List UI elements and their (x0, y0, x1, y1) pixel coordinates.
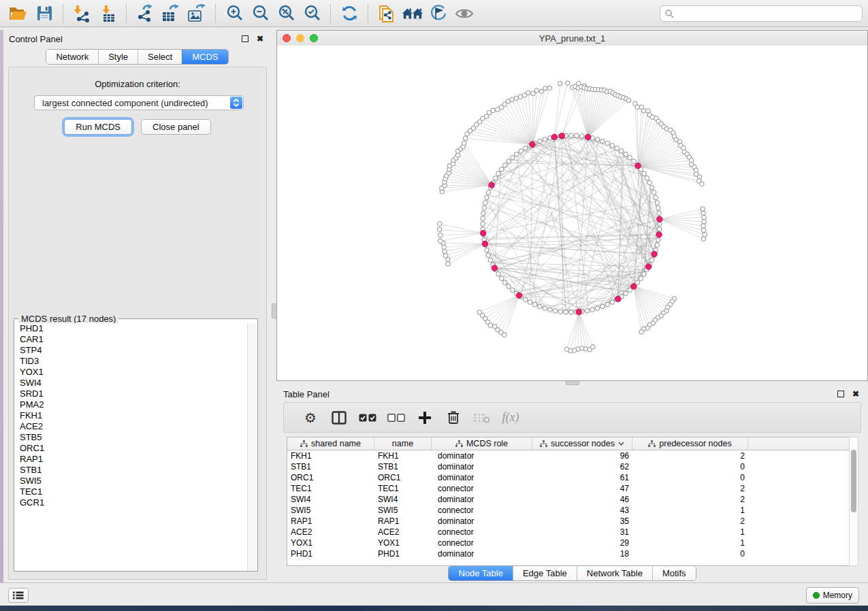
network-node[interactable] (649, 258, 654, 263)
mcds-result-item[interactable]: CAR1 (15, 334, 247, 345)
mcds-result-item[interactable]: TID3 (15, 356, 247, 367)
network-leaf-node[interactable] (438, 233, 443, 238)
network-node[interactable] (569, 310, 574, 315)
network-node[interactable] (624, 152, 628, 156)
show-columns-icon[interactable] (325, 407, 353, 429)
network-node[interactable] (510, 288, 515, 293)
network-leaf-node[interactable] (703, 233, 707, 237)
network-node[interactable] (493, 176, 498, 180)
network-node[interactable] (595, 137, 600, 142)
network-node[interactable] (642, 272, 647, 277)
network-hub-node[interactable] (585, 134, 591, 139)
network-leaf-node[interactable] (701, 228, 706, 233)
mcds-result-item[interactable]: TEC1 (15, 486, 247, 497)
create-column-icon[interactable] (411, 407, 439, 429)
float-panel-icon[interactable] (240, 33, 251, 44)
save-session-icon[interactable] (33, 3, 55, 24)
network-node[interactable] (628, 155, 632, 160)
memory-button[interactable]: Memory (806, 587, 859, 604)
select-all-columns-icon[interactable] (353, 407, 382, 429)
close-table-panel-icon[interactable]: ✖ (850, 389, 861, 399)
table-row[interactable]: STB1STB1dominator620 (287, 461, 849, 472)
refresh-icon[interactable] (338, 3, 360, 24)
delete-column-icon[interactable] (439, 407, 468, 429)
network-node[interactable] (523, 297, 528, 302)
network-canvas[interactable] (277, 46, 867, 380)
network-node[interactable] (579, 134, 584, 139)
mcds-result-item[interactable]: STP4 (15, 345, 247, 356)
network-node[interactable] (600, 139, 605, 144)
network-node[interactable] (569, 133, 574, 138)
column-header-mcds-role[interactable]: MCDS role (432, 437, 532, 450)
network-node[interactable] (558, 310, 563, 314)
mcds-result-item[interactable]: STB5 (15, 432, 247, 443)
table-row[interactable]: FKH1FKH1dominator962 (287, 450, 849, 461)
network-leaf-node[interactable] (702, 215, 707, 220)
network-node[interactable] (655, 243, 660, 248)
network-hub-node[interactable] (530, 142, 535, 147)
network-leaf-node[interactable] (547, 86, 552, 90)
export-image-icon[interactable] (186, 3, 208, 24)
network-node[interactable] (485, 248, 489, 252)
network-node[interactable] (481, 222, 485, 227)
mcds-list-scrollbar[interactable] (247, 323, 257, 570)
network-leaf-node[interactable] (442, 245, 447, 250)
network-node[interactable] (605, 302, 610, 307)
hide-graphics-icon[interactable] (428, 3, 449, 24)
network-node[interactable] (620, 149, 624, 154)
network-leaf-node[interactable] (558, 81, 562, 86)
network-node[interactable] (585, 309, 590, 314)
zoom-fit-icon[interactable] (275, 3, 297, 24)
import-network-icon[interactable] (71, 3, 93, 24)
network-hub-node[interactable] (489, 182, 494, 188)
mcds-result-item[interactable]: GCR1 (15, 497, 247, 508)
table-row[interactable]: SWI4SWI4dominator462 (287, 494, 849, 505)
mcds-result-item[interactable]: FKH1 (15, 410, 247, 421)
network-hub-node[interactable] (652, 251, 657, 257)
run-mcds-button[interactable]: Run MCDS (64, 119, 132, 135)
network-hub-node[interactable] (646, 264, 652, 269)
network-hub-node[interactable] (576, 309, 581, 314)
horizontal-splitter-handle[interactable] (566, 380, 579, 385)
table-scrollbar[interactable] (849, 437, 858, 566)
unselect-all-columns-icon[interactable] (382, 407, 411, 429)
network-leaf-node[interactable] (646, 109, 651, 114)
network-leaf-node[interactable] (700, 182, 705, 186)
network-leaf-node[interactable] (641, 109, 646, 114)
network-leaf-node[interactable] (626, 98, 631, 103)
delete-table-icon[interactable] (468, 407, 496, 429)
network-hub-node[interactable] (615, 296, 621, 301)
network-node[interactable] (519, 149, 524, 154)
network-leaf-node[interactable] (438, 239, 443, 244)
network-leaf-node[interactable] (491, 108, 496, 113)
tab-network[interactable]: Network (46, 50, 98, 64)
zoom-selected-icon[interactable] (301, 3, 323, 24)
share-document-icon[interactable] (376, 3, 398, 24)
column-header-name[interactable]: name (374, 437, 432, 450)
network-leaf-node[interactable] (446, 262, 451, 267)
network-leaf-node[interactable] (539, 89, 544, 94)
close-panel-button[interactable]: Close panel (141, 119, 211, 135)
network-node[interactable] (657, 227, 662, 232)
network-leaf-node[interactable] (701, 237, 706, 242)
network-node[interactable] (499, 276, 504, 281)
network-hub-node[interactable] (657, 216, 662, 222)
network-leaf-node[interactable] (534, 88, 539, 93)
network-leaf-node[interactable] (462, 141, 466, 146)
network-node[interactable] (600, 304, 605, 309)
network-node[interactable] (543, 137, 547, 142)
network-node[interactable] (590, 308, 595, 312)
search-box[interactable] (660, 5, 863, 22)
mcds-result-item[interactable]: ACE2 (15, 421, 247, 432)
network-node[interactable] (655, 201, 660, 205)
network-node[interactable] (652, 191, 656, 195)
network-node[interactable] (523, 146, 528, 150)
network-hub-node[interactable] (656, 232, 662, 237)
network-leaf-node[interactable] (702, 220, 707, 225)
network-node[interactable] (624, 291, 628, 296)
network-node[interactable] (502, 280, 507, 285)
criterion-dropdown[interactable]: largest connected component (undirected) (34, 95, 244, 110)
network-leaf-node[interactable] (463, 136, 468, 141)
tab-mcds[interactable]: MCDS (182, 50, 227, 64)
network-node[interactable] (532, 302, 537, 307)
